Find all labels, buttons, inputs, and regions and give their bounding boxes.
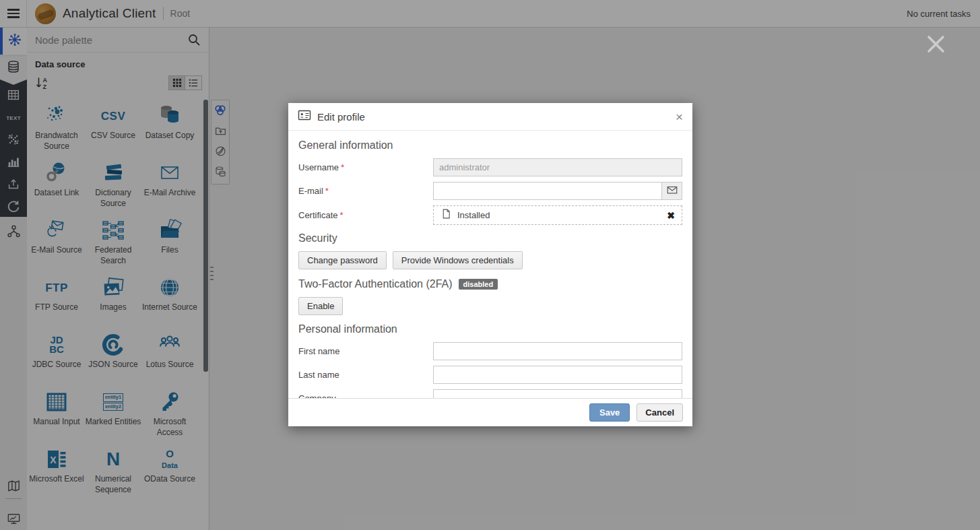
first-name-label: First name bbox=[298, 346, 433, 356]
certificate-row: Certificate* Installed ✖ bbox=[298, 205, 682, 225]
dialog-title: Edit profile bbox=[317, 111, 365, 123]
dialog-header: Edit profile × bbox=[288, 103, 692, 131]
edit-profile-dialog: Edit profile × General information Usern… bbox=[288, 103, 692, 426]
dialog-body: General information Username* E-mail* Ce… bbox=[288, 131, 692, 398]
username-input[interactable] bbox=[433, 158, 682, 176]
twofa-heading-row: Two-Factor Authentication (2FA) disabled bbox=[298, 278, 682, 290]
certificate-remove-button[interactable]: ✖ bbox=[667, 211, 675, 220]
profile-card-icon bbox=[298, 108, 311, 125]
cancel-button[interactable]: Cancel bbox=[636, 403, 683, 422]
envelope-icon bbox=[666, 184, 678, 199]
company-row: Company bbox=[298, 389, 682, 398]
send-verification-button[interactable] bbox=[662, 182, 682, 200]
company-label: Company bbox=[298, 393, 433, 398]
provide-windows-credentials-button[interactable]: Provide Windows credentials bbox=[393, 251, 523, 269]
dialog-close-button[interactable]: × bbox=[676, 110, 683, 123]
dialog-footer: Save Cancel bbox=[288, 398, 692, 426]
first-name-row: First name bbox=[298, 342, 682, 360]
certificate-label: Certificate* bbox=[298, 210, 433, 220]
required-asterisk: * bbox=[340, 210, 344, 220]
email-row: E-mail* bbox=[298, 182, 682, 200]
twofa-status-badge: disabled bbox=[459, 279, 498, 290]
last-name-input[interactable] bbox=[433, 366, 682, 384]
email-label: E-mail* bbox=[298, 186, 433, 196]
required-asterisk: * bbox=[341, 162, 344, 172]
username-label: Username* bbox=[298, 162, 433, 172]
certificate-dropzone[interactable]: Installed ✖ bbox=[433, 205, 682, 225]
certificate-file-icon bbox=[440, 208, 452, 222]
last-name-row: Last name bbox=[298, 366, 682, 384]
workspace-close-button[interactable] bbox=[924, 32, 948, 56]
section-general-information: General information bbox=[298, 139, 682, 152]
twofa-label: Two-Factor Authentication (2FA) bbox=[298, 278, 453, 290]
section-security: Security bbox=[298, 232, 682, 244]
section-personal-information: Personal information bbox=[298, 323, 682, 335]
last-name-label: Last name bbox=[298, 370, 433, 380]
required-asterisk: * bbox=[325, 186, 329, 196]
security-buttons-row: Change password Provide Windows credenti… bbox=[298, 251, 682, 269]
enable-2fa-button[interactable]: Enable bbox=[298, 297, 343, 315]
twofa-buttons-row: Enable bbox=[298, 297, 682, 315]
email-input[interactable] bbox=[433, 182, 662, 200]
certificate-status: Installed bbox=[457, 210, 490, 220]
company-input[interactable] bbox=[433, 389, 682, 398]
first-name-input[interactable] bbox=[433, 342, 682, 360]
username-row: Username* bbox=[298, 158, 682, 176]
save-button[interactable]: Save bbox=[589, 403, 630, 422]
change-password-button[interactable]: Change password bbox=[298, 251, 387, 269]
